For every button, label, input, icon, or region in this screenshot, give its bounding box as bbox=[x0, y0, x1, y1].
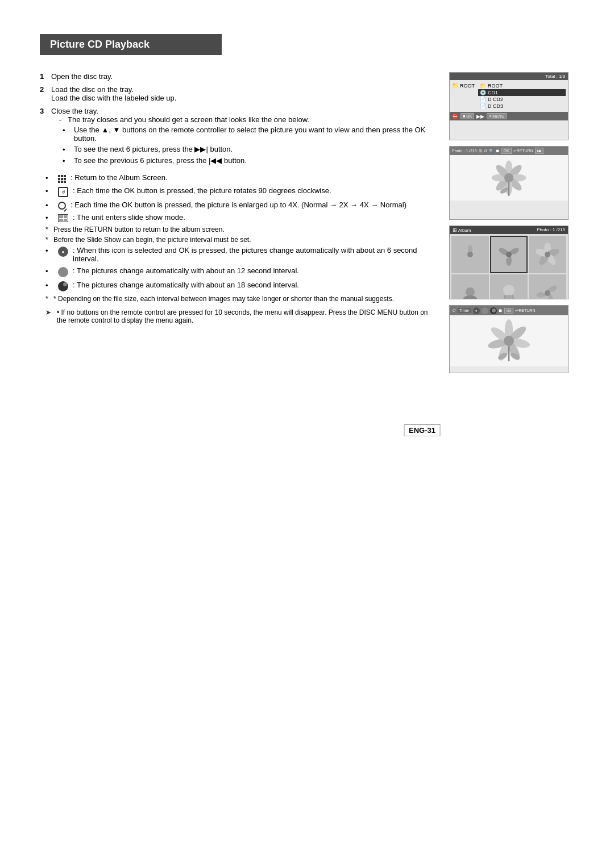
screen-1: Total : 1/3 📁 ROOT 📁ROOT 💿CD1 📄D CD2 📄D … bbox=[449, 72, 569, 140]
screen-3-album-label: ⊞ Album bbox=[453, 227, 471, 233]
screen-1-right: 📁ROOT 💿CD1 📄D CD2 📄D CD3 bbox=[478, 82, 566, 110]
timer-circle-3-icon bbox=[58, 281, 68, 291]
timer-bullet-3: • : The pictures change automatically wi… bbox=[45, 281, 432, 291]
note-1-text: Press the RETURN button to return to the… bbox=[53, 226, 225, 233]
svg-point-41 bbox=[545, 290, 550, 296]
step-3-bullet-3: • To see the next 6 pictures, press the … bbox=[63, 145, 432, 154]
svg-point-26 bbox=[545, 252, 550, 257]
screen-3: ⊞ Album Photo : 1 /215 bbox=[449, 226, 569, 299]
icon-bullet-zoom-text: : Each time the OK button is pressed, th… bbox=[70, 201, 406, 209]
screen-3-grid bbox=[450, 234, 568, 299]
tip-arrow-icon: ➤ bbox=[45, 308, 53, 324]
svg-point-49 bbox=[504, 336, 514, 346]
timer-icon-1: ● bbox=[473, 307, 480, 314]
icon-bullet-zoom: • : Each time the OK button is pressed, … bbox=[45, 201, 432, 210]
screen-4: ⏱ Timer ● ⏹ OK ↩RETURN bbox=[449, 305, 569, 373]
step-1-text: Open the disc tray. bbox=[51, 72, 113, 81]
timer-circle-1-icon: ● bbox=[58, 247, 68, 257]
screen-4-photo bbox=[450, 315, 568, 366]
step-1-num: 1 bbox=[40, 72, 48, 81]
album-thumb-4 bbox=[451, 274, 489, 299]
screen-1-header: Total : 1/3 bbox=[450, 73, 568, 80]
step-3: 3 Close the tray. - The tray closes and … bbox=[40, 107, 432, 169]
screen-4-timer-label: Timer bbox=[458, 308, 471, 313]
note-2-text: Before the Slide Show can begin, the pic… bbox=[53, 236, 251, 244]
screen-2-photo bbox=[450, 155, 568, 201]
bottom-tip: ➤ • If no buttons on the remote control … bbox=[45, 308, 432, 324]
flower-illustration-4 bbox=[483, 315, 534, 366]
svg-point-8 bbox=[504, 173, 513, 182]
svg-point-28 bbox=[466, 287, 475, 297]
timer-icon-3 bbox=[490, 307, 497, 314]
right-column: Total : 1/3 📁 ROOT 📁ROOT 💿CD1 📄D CD2 📄D … bbox=[449, 72, 574, 373]
album-thumb-1 bbox=[451, 236, 489, 273]
step-2-num: 2 bbox=[40, 85, 48, 102]
grid-icon bbox=[58, 175, 66, 183]
icon-bullet-grid: • : Return to the Album Screen. bbox=[45, 173, 432, 183]
timer-bullet-3-text: : The pictures change automatically with… bbox=[73, 281, 299, 289]
timer-icon-2 bbox=[482, 307, 488, 314]
flower-illustration-2 bbox=[486, 155, 532, 201]
screen-3-photo-label: Photo : 1 /215 bbox=[537, 227, 565, 233]
album-thumb-2 bbox=[490, 236, 528, 273]
album-thumb-3 bbox=[529, 236, 566, 273]
step-2-text: Load the disc on the tray. bbox=[51, 85, 176, 94]
step-3-bullet-4: • To see the previous 6 pictures, press … bbox=[63, 156, 432, 165]
step-1: 1 Open the disc tray. bbox=[40, 72, 432, 81]
icon-bullet-rotate-text: : Each time the OK button is pressed, th… bbox=[73, 186, 331, 195]
timer-bullet-2-text: : The pictures change automatically with… bbox=[73, 266, 299, 275]
screen-4-toolbar: ⏱ Timer ● ⏹ OK ↩RETURN bbox=[450, 306, 568, 315]
page-number: ENG-31 bbox=[404, 424, 441, 436]
step-3-text: Close the tray. bbox=[51, 107, 432, 115]
icon-bullet-slide-text: : The unit enters slide show mode. bbox=[73, 213, 185, 222]
timer-circle-2-icon bbox=[58, 267, 68, 277]
svg-point-20 bbox=[506, 252, 512, 257]
file-note: * * Depending on the file size, each int… bbox=[45, 295, 432, 303]
svg-point-13 bbox=[467, 252, 473, 257]
screen-2: Photo : 1 /215 ⊞ ↺ 🔍 ⏹ OK ↩RETURN ⏭ bbox=[449, 146, 569, 220]
screen-1-total: Total : 1/3 bbox=[545, 74, 565, 79]
icon-bullet-slide: • : The unit enters slide show mode. bbox=[45, 213, 432, 222]
screen-1-left: 📁 ROOT bbox=[452, 82, 475, 110]
album-thumb-5 bbox=[490, 274, 528, 299]
step-3-bullet-1: - The tray closes and you should get a s… bbox=[59, 115, 432, 124]
album-thumb-6 bbox=[529, 274, 566, 299]
step-3-num: 3 bbox=[40, 107, 48, 169]
timer-bullet-1-text: : When this icon is selected and OK is p… bbox=[73, 246, 432, 263]
screen-2-photo-label: Photo : 1 /215 bbox=[452, 149, 477, 153]
left-column: 1 Open the disc tray. 2 Load the disc on… bbox=[40, 72, 432, 373]
svg-point-30 bbox=[503, 285, 515, 296]
note-1: * Press the RETURN button to return to t… bbox=[45, 226, 432, 233]
icon-bullet-rotate: • ↺ : Each time the OK button is pressed… bbox=[45, 186, 432, 197]
page: Picture CD Playback 1 Open the disc tray… bbox=[0, 0, 614, 470]
rotate-icon: ↺ bbox=[58, 187, 68, 197]
icon-bullet-grid-text: : Return to the Album Screen. bbox=[70, 173, 168, 182]
step-2: 2 Load the disc on the tray. Load the di… bbox=[40, 85, 432, 102]
slide-icon bbox=[58, 214, 68, 222]
timer-bullet-1: • ● : When this icon is selected and OK … bbox=[45, 246, 432, 263]
bottom-tip-text: • If no buttons on the remote control ar… bbox=[57, 308, 432, 324]
screen-2-toolbar: Photo : 1 /215 ⊞ ↺ 🔍 ⏹ OK ↩RETURN ⏭ bbox=[450, 147, 568, 155]
note-2: * Before the Slide Show can begin, the p… bbox=[45, 236, 432, 244]
zoom-icon bbox=[58, 202, 66, 210]
step-2-sub: Load the disc with the labeled side up. bbox=[51, 94, 176, 102]
file-note-text: * Depending on the file size, each inter… bbox=[53, 295, 394, 303]
screen-3-header: ⊞ Album Photo : 1 /215 bbox=[450, 226, 568, 234]
step-3-bullet-2: • Use the ▲, ▼ buttons on the remote con… bbox=[63, 126, 432, 143]
timer-bullet-2: • : The pictures change automatically wi… bbox=[45, 266, 432, 277]
screen-1-toolbar: ⛔ ■ OK ▶▶ ≡ MENU bbox=[450, 112, 568, 120]
page-title: Picture CD Playback bbox=[40, 34, 222, 55]
